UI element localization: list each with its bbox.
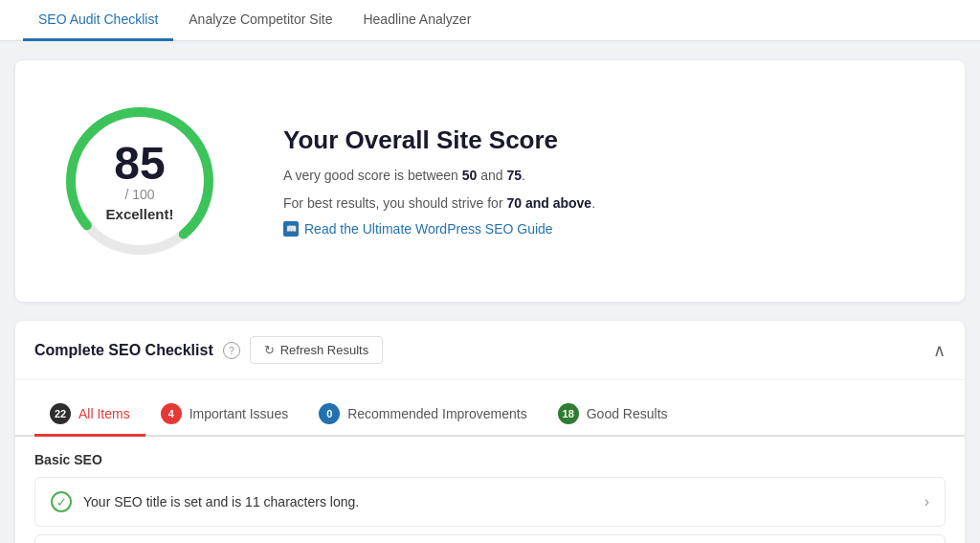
gauge-center: 85 / 100 Excellent! bbox=[106, 141, 174, 222]
refresh-button[interactable]: ↻ Refresh Results bbox=[250, 336, 383, 364]
collapse-icon[interactable]: ∧ bbox=[933, 340, 946, 361]
tab-competitor[interactable]: Analyze Competitor Site bbox=[173, 0, 347, 41]
checklist-header: Complete SEO Checklist ? ↻ Refresh Resul… bbox=[15, 321, 965, 380]
filter-tab-good[interactable]: 18 Good Results bbox=[543, 394, 683, 437]
checklist-title: Complete SEO Checklist bbox=[34, 342, 213, 359]
seo-guide-text: Read the Ultimate WordPress SEO Guide bbox=[304, 221, 553, 237]
filter-recommended-label: Recommended Improvements bbox=[347, 406, 527, 421]
seo-guide-link[interactable]: 📖 Read the Ultimate WordPress SEO Guide bbox=[283, 221, 595, 237]
badge-all: 22 bbox=[50, 403, 71, 424]
item-left: ✓ Your SEO title is set and is 11 charac… bbox=[51, 491, 359, 512]
score-title: Your Overall Site Score bbox=[283, 125, 595, 155]
score-desc1: A very good score is between 50 and 75. bbox=[283, 165, 595, 186]
badge-recommended: 0 bbox=[319, 403, 340, 424]
filter-tab-important[interactable]: 4 Important Issues bbox=[145, 394, 304, 437]
score-info: Your Overall Site Score A very good scor… bbox=[283, 125, 595, 237]
book-icon: 📖 bbox=[283, 221, 299, 237]
filter-tabs: 22 All Items 4 Important Issues 0 Recomm… bbox=[15, 380, 965, 437]
filter-important-label: Important Issues bbox=[189, 406, 289, 421]
filter-good-label: Good Results bbox=[587, 406, 668, 421]
checklist-body: Basic SEO ✓ Your SEO title is set and is… bbox=[15, 437, 965, 543]
badge-important: 4 bbox=[161, 403, 182, 424]
chevron-right-icon: › bbox=[924, 493, 929, 510]
main-container: SEO Audit Checklist Analyze Competitor S… bbox=[0, 0, 980, 543]
score-gauge: 85 / 100 Excellent! bbox=[54, 95, 226, 267]
filter-tab-all[interactable]: 22 All Items bbox=[34, 394, 145, 437]
refresh-label: Refresh Results bbox=[280, 343, 368, 357]
score-value: 85 bbox=[106, 141, 174, 187]
tab-seo-audit[interactable]: SEO Audit Checklist bbox=[23, 0, 173, 41]
filter-all-label: All Items bbox=[78, 406, 130, 421]
score-label: Excellent! bbox=[106, 206, 174, 222]
checklist-item[interactable]: ✓ Your SEO title is set and is 11 charac… bbox=[34, 477, 946, 527]
checklist-item[interactable]: ✕ No meta description was found for your… bbox=[34, 534, 946, 543]
refresh-icon: ↻ bbox=[264, 343, 275, 357]
section-title: Basic SEO bbox=[34, 452, 946, 467]
score-total: / 100 bbox=[106, 187, 174, 202]
filter-tab-recommended[interactable]: 0 Recommended Improvements bbox=[303, 394, 543, 437]
badge-good: 18 bbox=[558, 403, 579, 424]
score-card: 85 / 100 Excellent! Your Overall Site Sc… bbox=[15, 60, 965, 302]
checklist-header-left: Complete SEO Checklist ? ↻ Refresh Resul… bbox=[34, 336, 383, 364]
tab-headline[interactable]: Headline Analyzer bbox=[347, 0, 486, 41]
score-desc2: For best results, you should strive for … bbox=[283, 192, 595, 214]
tabs-bar: SEO Audit Checklist Analyze Competitor S… bbox=[0, 0, 980, 41]
help-icon[interactable]: ? bbox=[223, 342, 240, 359]
success-icon: ✓ bbox=[51, 491, 72, 512]
checklist-card: Complete SEO Checklist ? ↻ Refresh Resul… bbox=[15, 321, 965, 543]
item-text: Your SEO title is set and is 11 characte… bbox=[83, 494, 359, 509]
